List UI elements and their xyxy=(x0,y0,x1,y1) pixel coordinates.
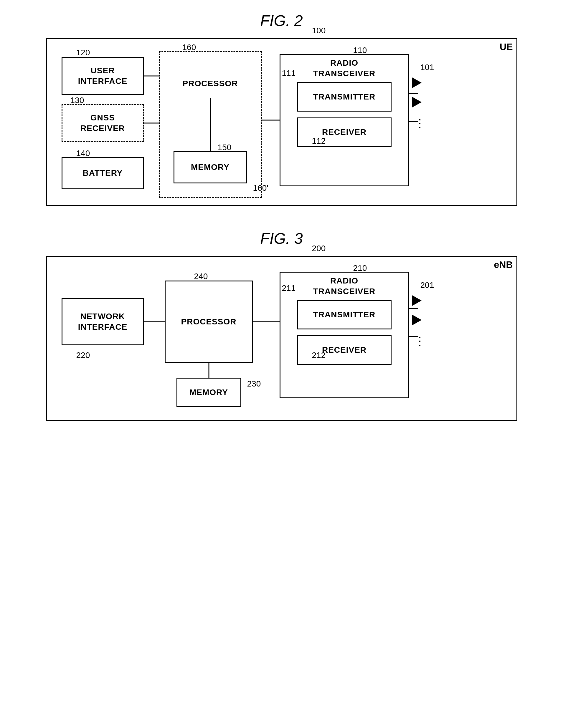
fig3-memory-box: MEMORY xyxy=(176,378,241,407)
fig2-antenna-dots: ⋮ xyxy=(414,116,426,130)
battery-label: BATTERY xyxy=(82,168,122,178)
receiver-box: RECEIVER xyxy=(297,117,392,147)
ref-120: 120 xyxy=(76,48,90,57)
fig3-transmitter-label: TRANSMITTER xyxy=(313,309,376,320)
fig2-antenna-area: ⋮ xyxy=(412,77,426,130)
ref-220: 220 xyxy=(76,351,90,360)
ref-210: 210 xyxy=(353,263,367,273)
radio-transceiver-label: RADIOTRANSCEIVER xyxy=(313,58,376,79)
fig3-antenna-tri-1 xyxy=(412,295,422,306)
fig3-corner-label: eNB xyxy=(494,259,513,270)
fig3-antenna-tri-2 xyxy=(412,315,422,325)
fig3-outer-ref: 200 xyxy=(312,244,326,253)
ref-240: 240 xyxy=(194,272,208,281)
fig3-receiver-label: RECEIVER xyxy=(322,345,367,355)
network-interface-box: NETWORKINTERFACE xyxy=(62,298,144,345)
fig3-processor-box: PROCESSOR xyxy=(165,281,253,363)
figure-3-container: FIG. 3 eNB 200 NETWORKINTERFACE 220 PROC… xyxy=(18,230,545,421)
fig2-corner-label: UE xyxy=(500,42,513,52)
fig3-antenna-dots: ⋮ xyxy=(414,334,426,348)
memory-box: MEMORY xyxy=(173,151,247,183)
fig2-title: FIG. 2 xyxy=(260,12,303,29)
fig3-title: FIG. 3 xyxy=(260,230,303,247)
fig2-antenna-tri-1 xyxy=(412,77,422,88)
battery-box: BATTERY xyxy=(62,157,144,189)
ref-140: 140 xyxy=(76,149,90,158)
fig3-transmitter-box: TRANSMITTER xyxy=(297,300,392,329)
fig3-diagram: eNB 200 NETWORKINTERFACE 220 PROCESSOR 2… xyxy=(46,256,517,421)
ref-211: 211 xyxy=(282,283,296,293)
figure-2-container: FIG. 2 UE 100 USERINTERFACE 120 GNSSRECE… xyxy=(18,12,545,206)
processor-label: PROCESSOR xyxy=(160,78,261,89)
ref-160prime: 160' xyxy=(253,183,268,193)
fig3-radio-transceiver-box: RADIOTRANSCEIVER TRANSMITTER RECEIVER xyxy=(279,272,409,398)
gnss-receiver-box: GNSSRECEIVER xyxy=(62,104,144,142)
ref-112: 112 xyxy=(312,136,326,146)
radio-transceiver-box: RADIOTRANSCEIVER TRANSMITTER RECEIVER xyxy=(279,54,409,186)
fig2-antenna-tri-2 xyxy=(412,97,422,107)
ref-160: 160 xyxy=(182,43,196,52)
transmitter-label: TRANSMITTER xyxy=(313,92,376,102)
ref-201: 201 xyxy=(420,281,434,290)
memory-label: MEMORY xyxy=(191,162,229,173)
ref-110: 110 xyxy=(353,46,367,55)
ref-150: 150 xyxy=(218,143,231,152)
user-interface-label: USERINTERFACE xyxy=(78,65,127,87)
network-interface-label: NETWORKINTERFACE xyxy=(78,311,127,333)
gnss-receiver-label: GNSSRECEIVER xyxy=(80,112,125,134)
receiver-label: RECEIVER xyxy=(322,127,367,137)
fig2-outer-ref: 100 xyxy=(312,26,326,35)
ref-212: 212 xyxy=(312,351,326,360)
ref-230: 230 xyxy=(247,379,261,389)
fig3-antenna-area: ⋮ xyxy=(412,295,426,348)
transmitter-box: TRANSMITTER xyxy=(297,82,392,112)
fig3-processor-label: PROCESSOR xyxy=(181,316,236,327)
fig2-diagram: UE 100 USERINTERFACE 120 GNSSRECEIVER 13… xyxy=(46,38,517,206)
ref-101: 101 xyxy=(420,63,434,72)
fig3-radio-transceiver-label: RADIOTRANSCEIVER xyxy=(313,276,376,297)
fig3-receiver-box: RECEIVER xyxy=(297,335,392,365)
ref-130: 130 xyxy=(70,96,84,105)
user-interface-box: USERINTERFACE xyxy=(62,57,144,95)
ref-111: 111 xyxy=(282,69,296,78)
fig3-memory-label: MEMORY xyxy=(189,387,228,398)
